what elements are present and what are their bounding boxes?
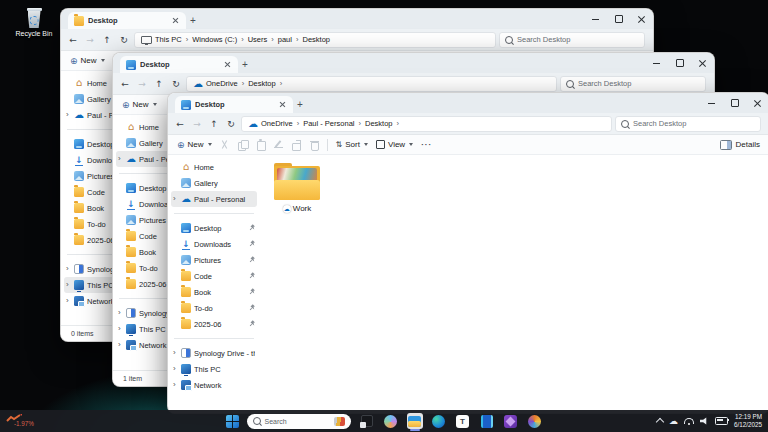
- search-input[interactable]: Search Desktop: [560, 76, 706, 92]
- command-icon[interactable]: [274, 140, 283, 150]
- refresh-icon[interactable]: [117, 35, 131, 45]
- chevron-icon[interactable]: [173, 364, 178, 374]
- chevron-icon[interactable]: [118, 308, 123, 318]
- back-icon[interactable]: [118, 79, 132, 89]
- copilot-button[interactable]: [383, 413, 399, 429]
- breadcrumb-item[interactable]: This PC: [155, 35, 192, 44]
- command-icon[interactable]: [238, 140, 247, 150]
- app-t-button[interactable]: T: [455, 413, 471, 429]
- maximize-button[interactable]: [723, 93, 746, 113]
- sidebar-item[interactable]: Paul - Personal: [171, 191, 257, 207]
- sidebar-item[interactable]: Network: [171, 377, 257, 393]
- chevron-icon[interactable]: [66, 264, 71, 274]
- breadcrumb-item[interactable]: Paul - Personal: [303, 119, 365, 128]
- recycle-bin[interactable]: Recycle Bin: [10, 8, 58, 37]
- maximize-button[interactable]: [607, 9, 630, 29]
- minimize-button[interactable]: [645, 53, 668, 73]
- battery-icon[interactable]: [715, 417, 728, 425]
- app-purple-button[interactable]: [503, 413, 519, 429]
- forward-icon[interactable]: [83, 35, 97, 45]
- sidebar-item[interactable]: Home: [171, 159, 257, 175]
- sidebar-item[interactable]: Gallery: [171, 175, 257, 191]
- command-icon[interactable]: [310, 140, 319, 150]
- breadcrumb-item[interactable]: Desktop: [248, 79, 286, 88]
- new-tab-button[interactable]: [238, 56, 252, 73]
- view-button[interactable]: View: [376, 140, 413, 149]
- close-button[interactable]: [630, 9, 653, 29]
- onedrive-tray-icon[interactable]: [669, 416, 678, 426]
- sidebar-item[interactable]: Desktop: [171, 220, 257, 236]
- sidebar-item[interactable]: This PC: [171, 361, 257, 377]
- chevron-icon[interactable]: [66, 296, 71, 306]
- breadcrumb-item[interactable]: OneDrive: [261, 119, 303, 128]
- forward-icon[interactable]: [135, 79, 149, 89]
- edge-button[interactable]: [431, 413, 447, 429]
- file-item-work[interactable]: Work: [268, 163, 326, 213]
- chevron-icon[interactable]: [173, 380, 178, 390]
- tab-desktop[interactable]: Desktop: [68, 12, 186, 29]
- maximize-button[interactable]: [668, 53, 691, 73]
- tab-desktop[interactable]: Desktop: [120, 56, 238, 73]
- search-input[interactable]: Search Desktop: [499, 32, 645, 48]
- command-icon[interactable]: [220, 140, 229, 150]
- breadcrumb-item[interactable]: Users: [248, 35, 278, 44]
- wifi-icon[interactable]: [684, 418, 694, 424]
- tab-desktop[interactable]: Desktop: [175, 96, 293, 113]
- close-button[interactable]: [691, 53, 714, 73]
- search-input[interactable]: Search Desktop: [615, 116, 761, 132]
- task-view-button[interactable]: [359, 413, 375, 429]
- breadcrumb[interactable]: OneDrivePaul - PersonalDesktop: [241, 116, 612, 132]
- volume-icon[interactable]: [700, 417, 709, 425]
- sidebar-item[interactable]: To-do: [171, 300, 257, 316]
- breadcrumb-item[interactable]: Desktop: [302, 35, 330, 44]
- back-icon[interactable]: [173, 119, 187, 129]
- widgets-button[interactable]: -1.97%: [6, 414, 34, 427]
- back-icon[interactable]: [66, 35, 80, 45]
- sidebar-item[interactable]: 2025-06: [171, 316, 257, 332]
- chevron-icon[interactable]: [173, 194, 178, 204]
- forward-icon[interactable]: [190, 119, 204, 129]
- chevron-icon[interactable]: [66, 280, 71, 290]
- close-button[interactable]: [746, 93, 768, 113]
- new-button[interactable]: New: [177, 140, 212, 150]
- breadcrumb-item[interactable]: paul: [278, 35, 303, 44]
- chevron-icon[interactable]: [173, 348, 178, 358]
- file-explorer-button[interactable]: [407, 413, 423, 429]
- command-icon[interactable]: [256, 140, 265, 150]
- sort-button[interactable]: Sort: [336, 140, 368, 149]
- hidden-icons-chevron[interactable]: [656, 418, 664, 426]
- breadcrumb-item[interactable]: OneDrive: [206, 79, 248, 88]
- start-button[interactable]: [226, 415, 239, 428]
- command-icon[interactable]: [292, 140, 301, 150]
- minimize-button[interactable]: [700, 93, 723, 113]
- file-area[interactable]: Work: [260, 155, 768, 414]
- chevron-icon[interactable]: [118, 340, 123, 350]
- minimize-button[interactable]: [584, 9, 607, 29]
- tab-close-icon[interactable]: [223, 60, 232, 69]
- new-tab-button[interactable]: [186, 12, 200, 29]
- chevron-icon[interactable]: [118, 154, 123, 164]
- more-options-icon[interactable]: [421, 140, 432, 149]
- new-button[interactable]: New: [70, 56, 105, 66]
- tab-close-icon[interactable]: [171, 16, 180, 25]
- up-icon[interactable]: [100, 35, 114, 45]
- tab-close-icon[interactable]: [278, 100, 287, 109]
- refresh-icon[interactable]: [169, 79, 183, 89]
- breadcrumb[interactable]: OneDriveDesktop: [186, 76, 557, 92]
- tray-clock[interactable]: 12:19 PM 6/12/2025: [734, 413, 762, 430]
- sidebar-item[interactable]: Synology Drive - th: [171, 345, 257, 361]
- details-toggle[interactable]: Details: [720, 140, 760, 150]
- chevron-icon[interactable]: [118, 324, 123, 334]
- sidebar-item[interactable]: Downloads: [171, 236, 257, 252]
- up-icon[interactable]: [152, 79, 166, 89]
- refresh-icon[interactable]: [224, 119, 238, 129]
- sidebar-item[interactable]: Code: [171, 268, 257, 284]
- app-book-button[interactable]: [479, 413, 495, 429]
- app-swirl-button[interactable]: [527, 413, 543, 429]
- up-icon[interactable]: [207, 119, 221, 129]
- breadcrumb-item[interactable]: Windows (C:): [192, 35, 248, 44]
- sidebar-item[interactable]: Book: [171, 284, 257, 300]
- taskbar-search-box[interactable]: Search: [247, 414, 351, 429]
- new-tab-button[interactable]: [293, 96, 307, 113]
- sidebar-item[interactable]: Pictures: [171, 252, 257, 268]
